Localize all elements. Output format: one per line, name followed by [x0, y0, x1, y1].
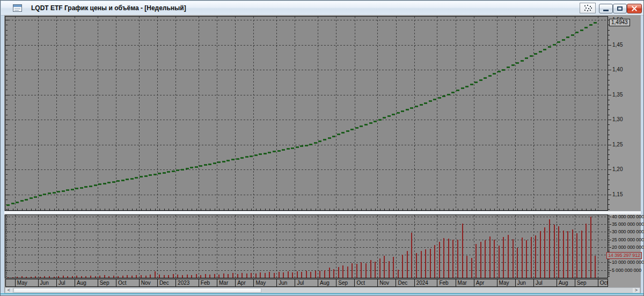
week-tick [435, 209, 435, 210]
volume-bar [95, 276, 96, 278]
week-tick [526, 209, 527, 210]
volume-bar [319, 271, 320, 278]
volume-axis-tick [608, 270, 611, 271]
price-gridline [5, 95, 608, 95]
week-tick [242, 209, 243, 210]
volume-bar [191, 275, 192, 278]
price-dash [571, 34, 574, 36]
volume-bar [361, 262, 362, 278]
price-minor-tick [6, 109, 8, 110]
volume-minor-tick [6, 256, 7, 257]
volume-axis-tick [608, 269, 610, 269]
price-axis-tick [608, 75, 610, 75]
month-gridline [437, 17, 437, 210]
week-tick [398, 209, 399, 210]
volume-bar [35, 276, 36, 278]
scroll-right-icon: > [635, 287, 638, 293]
price-axis-tick [608, 174, 610, 175]
dither-pattern-icon [580, 3, 595, 13]
volume-bar [99, 276, 100, 278]
volume-axis-tick [608, 238, 610, 239]
pane-divider[interactable] [4, 211, 641, 214]
price-minor-tick [6, 135, 8, 135]
chart-window-icon-titlebar [13, 5, 21, 7]
volume-pane[interactable] [5, 214, 608, 278]
time-axis-cell: Aug [318, 279, 336, 286]
volume-bar [411, 233, 412, 278]
month-gridline [456, 215, 456, 278]
volume-bar [338, 267, 339, 278]
price-axis-tick [608, 105, 610, 105]
week-tick [444, 209, 444, 210]
volume-bar [370, 260, 371, 278]
month-gridline [15, 17, 16, 210]
price-dash [236, 158, 239, 160]
volume-bar [44, 276, 45, 278]
week-tick [141, 209, 142, 210]
minimize-button[interactable] [599, 4, 613, 13]
time-axis: MayJunJulAugSepOctNovDec2023FebMarAprMay… [5, 279, 608, 287]
time-axis-cell: Jul [295, 279, 318, 286]
price-minor-tick [6, 165, 8, 165]
month-gridline [355, 17, 355, 210]
week-tick [8, 209, 9, 210]
scroll-left-button[interactable]: < [5, 288, 12, 293]
scroll-right-button[interactable]: > [633, 288, 640, 293]
volume-axis-label: 10 000 000 000 [612, 260, 644, 265]
price-dash [112, 181, 115, 183]
price-dash [264, 153, 267, 154]
week-tick [485, 209, 486, 210]
volume-bar [310, 272, 311, 278]
horizontal-scrollbar[interactable]: < > [5, 287, 640, 293]
pattern-button[interactable] [580, 3, 596, 13]
week-tick [591, 209, 591, 210]
scrollbar-thumb[interactable] [13, 288, 261, 293]
volume-bar [475, 244, 477, 278]
price-dash [20, 200, 24, 202]
week-tick [311, 209, 311, 210]
volume-bar [40, 277, 41, 278]
month-gridline [598, 17, 598, 210]
volume-bar [544, 227, 545, 278]
volume-bar [586, 224, 587, 278]
price-axis-label: 1,45 [612, 42, 623, 48]
price-minor-tick [6, 115, 8, 115]
price-dash [387, 115, 391, 117]
volume-bar [329, 268, 330, 278]
price-dash [16, 202, 19, 203]
volume-minor-tick [6, 238, 7, 239]
volume-minor-tick [6, 255, 8, 255]
time-axis-cell: Jun [39, 279, 57, 286]
week-tick [440, 209, 440, 210]
close-button[interactable] [627, 4, 642, 13]
price-dash [305, 145, 308, 146]
volume-bar [389, 261, 390, 278]
volume-bar [402, 255, 403, 278]
week-tick [389, 209, 390, 210]
window-titlebar[interactable]: LQDT ETF График цены и объёма - [Недельн… [1, 1, 643, 16]
volume-bar [526, 240, 527, 278]
maximize-button[interactable] [613, 4, 627, 13]
price-dash [226, 160, 230, 161]
price-dash [34, 196, 37, 198]
price-dash [332, 136, 335, 137]
volume-bar [448, 239, 449, 278]
week-tick [449, 209, 449, 210]
volume-minor-tick [6, 264, 7, 264]
price-dash [433, 99, 436, 100]
week-tick [352, 209, 353, 210]
price-minor-tick [6, 130, 8, 130]
week-tick [325, 209, 325, 210]
volume-bar [471, 258, 472, 278]
week-tick [302, 209, 302, 210]
volume-bar [531, 237, 532, 278]
time-axis-cell: Nov [378, 279, 396, 286]
volume-bar [150, 275, 151, 278]
price-pane[interactable] [5, 16, 608, 211]
price-dash [410, 107, 413, 109]
week-tick [375, 209, 376, 210]
price-minor-tick [6, 159, 8, 160]
price-minor-tick [6, 30, 8, 31]
price-dash [57, 191, 60, 193]
week-tick [366, 209, 367, 210]
